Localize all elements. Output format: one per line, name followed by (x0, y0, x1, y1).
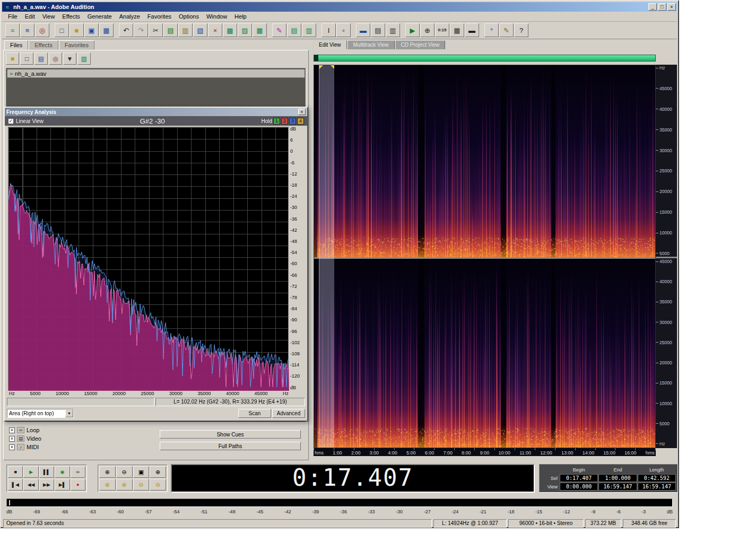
menu-item[interactable]: Generate (84, 12, 116, 21)
pause-button[interactable]: ▌▌ (39, 466, 54, 478)
zoom-full-button[interactable]: ▣ (133, 466, 150, 478)
sel-end-field[interactable]: 1:00.000 (598, 474, 637, 482)
import-file-icon[interactable]: ■ (6, 52, 19, 65)
hold-4-button[interactable]: 4 (297, 118, 304, 125)
save-file-icon[interactable]: ▣ (84, 23, 99, 37)
frequency-ruler[interactable]: Hz45000400003500030000250002000015000100… (656, 65, 677, 448)
marquee-selection-tool-icon[interactable]: ▫ (336, 23, 351, 37)
zoom-window-icon[interactable]: ⊕ (420, 23, 435, 37)
menu-item[interactable]: Analyze (116, 12, 144, 21)
tab-effects[interactable]: Effects (29, 40, 58, 50)
checkbox[interactable]: × (9, 436, 15, 442)
cut-icon[interactable]: ✂ (149, 23, 163, 37)
menu-item[interactable]: Effects (58, 12, 83, 21)
selection-region[interactable] (319, 65, 334, 448)
monitor-display-icon[interactable]: ▬ (465, 23, 479, 37)
time-display[interactable]: 0:17.407 (171, 464, 535, 493)
loop-play-button[interactable]: ∞ (71, 466, 85, 478)
record-button[interactable]: ● (71, 479, 85, 491)
midi-option[interactable]: × ♪ MIDI (9, 443, 114, 451)
redo-icon[interactable]: ↷ (134, 23, 148, 37)
hold-3-button[interactable]: 3 (289, 118, 296, 125)
selection-handle-right-icon[interactable] (331, 65, 334, 69)
mix-paste-icon[interactable]: ▧ (193, 23, 207, 37)
hold-1-button[interactable]: 1 (273, 118, 280, 125)
hold-2-button[interactable]: 2 (281, 118, 288, 125)
go-to-beginning-button[interactable]: ▌◀ (8, 479, 23, 491)
video-option[interactable]: × ▤ Video (9, 434, 114, 443)
edit-boundaries-icon[interactable]: ▨ (238, 23, 252, 37)
frequency-analysis-close-button[interactable]: × (298, 109, 306, 115)
spectral-view-icon[interactable]: ▤ (287, 23, 301, 37)
copy-icon[interactable]: ▤ (163, 23, 178, 37)
close-file-icon[interactable]: □ (20, 52, 33, 65)
zoom-in-button[interactable]: ⊕ (99, 466, 116, 478)
save-all-icon[interactable]: ▦ (99, 23, 114, 37)
tab-multitrack-view[interactable]: Multitrack View (348, 40, 395, 49)
sel-length-field[interactable]: 0:42.592 (638, 474, 676, 482)
open-file-icon[interactable]: ■ (70, 23, 84, 37)
tab-cd-project-view[interactable]: CD Project View (395, 40, 446, 49)
undo-icon[interactable]: ↶ (119, 23, 133, 37)
stop-button[interactable]: ■ (8, 466, 23, 478)
tab-favorites[interactable]: Favorites (59, 40, 94, 50)
view-length-field[interactable]: 16:59.147 (638, 483, 676, 491)
batch-convert-icon[interactable]: ▦ (253, 23, 267, 37)
multitrack-view-toggle-icon[interactable]: ≡ (20, 23, 34, 37)
show-cues-button[interactable]: Show Cues (160, 430, 301, 439)
navigator-bar[interactable] (314, 55, 656, 62)
fast-forward-button[interactable]: ▶▶ (39, 479, 54, 491)
linear-view-checkbox[interactable]: ✓ Linear View (8, 118, 44, 124)
freeze-icon[interactable]: * (484, 23, 499, 37)
insert-multitrack-icon[interactable]: ▤ (34, 52, 48, 65)
zoom-out-button[interactable]: ⊖ (116, 466, 133, 478)
file-options-icon[interactable]: ▧ (77, 52, 91, 65)
scan-button[interactable]: Scan (238, 409, 271, 418)
maximize-button[interactable]: □ (658, 3, 666, 11)
convert-sample-type-icon[interactable]: ▩ (223, 23, 237, 37)
insert-cd-icon[interactable]: ◎ (49, 52, 62, 65)
edit-view-toggle-icon[interactable]: ≈ (5, 23, 20, 37)
loop-option[interactable]: × ∞ Loop (9, 426, 114, 434)
menu-item[interactable]: Help (231, 12, 250, 21)
spectrogram-left-channel[interactable] (314, 65, 655, 257)
menu-item[interactable]: File (4, 12, 21, 21)
help-icon[interactable]: ? (514, 23, 528, 37)
view-end-field[interactable]: 16:59.147 (598, 483, 637, 491)
spectrogram-right-channel[interactable] (314, 259, 655, 448)
play-button[interactable]: ▶ (23, 466, 38, 478)
zoom-left-button[interactable]: ⊕ (116, 479, 133, 491)
advanced-button[interactable]: Advanced (272, 409, 305, 418)
file-sort-icon[interactable]: ▼ (63, 52, 76, 65)
delete-selection-icon[interactable]: × (208, 23, 222, 37)
shortcuts-grid-icon[interactable]: ▦ (450, 23, 464, 37)
checkbox[interactable]: × (9, 444, 15, 450)
level-meter[interactable] (6, 498, 673, 507)
preroll-postroll-icon[interactable]: 0:15 (435, 23, 449, 37)
close-button[interactable]: × (667, 3, 676, 11)
menu-item[interactable]: Window (203, 12, 231, 21)
selection-handle-left-icon[interactable] (319, 65, 323, 69)
area-mode-select[interactable]: Area (Right on top) ▼ (7, 409, 74, 418)
zoom-to-selection-button[interactable]: ⊕ (99, 479, 116, 491)
play-from-cursor-button[interactable]: ◉ (55, 466, 70, 478)
organizer-window-icon[interactable]: ▤ (371, 23, 385, 37)
zoom-right-button[interactable]: ⊖ (133, 479, 150, 491)
tab-files[interactable]: Files (4, 40, 28, 50)
dropdown-arrow-icon[interactable]: ▼ (65, 409, 73, 417)
new-file-icon[interactable]: □ (55, 23, 69, 37)
checkbox[interactable]: × (9, 427, 15, 433)
file-list-item[interactable]: ≈ nh_a_a.wav (7, 69, 305, 78)
cd-project-toggle-icon[interactable]: ◎ (35, 23, 49, 37)
zoom-vertical-in-button[interactable]: ⊕ (150, 466, 166, 478)
menu-item[interactable]: Edit (21, 12, 39, 21)
workspace-windows-icon[interactable]: ▬ (356, 23, 370, 37)
window-titlebar[interactable]: ≈ nh_a_a.wav - Adobe Audition _ □ × (2, 2, 677, 12)
pencil-tool-icon[interactable]: ✎ (499, 23, 514, 37)
tab-edit-view[interactable]: Edit View (313, 40, 347, 49)
checkbox[interactable]: ✓ (8, 118, 14, 124)
frequency-analysis-plot[interactable] (8, 127, 289, 390)
waveform-view-icon[interactable]: ▥ (302, 23, 316, 37)
go-to-end-button[interactable]: ▶▌ (55, 479, 70, 491)
view-begin-field[interactable]: 0:00.000 (560, 483, 598, 491)
